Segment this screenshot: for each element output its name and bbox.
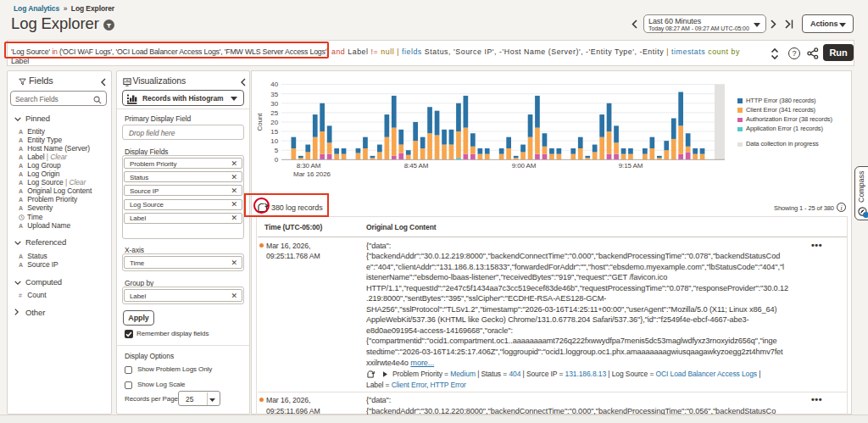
svg-text:10: 10 [270,137,278,145]
svg-text:Count: Count [256,113,264,131]
svg-text:15: 15 [270,128,278,136]
svg-text:8:30 AM: 8:30 AM [297,162,321,170]
svg-text:0: 0 [275,156,279,164]
svg-text:30: 30 [270,100,278,108]
svg-text:8:45 AM: 8:45 AM [404,162,429,170]
svg-text:25: 25 [270,109,278,117]
svg-text:40: 40 [270,81,278,88]
svg-text:9:15 AM: 9:15 AM [619,162,643,170]
svg-text:9:00 AM: 9:00 AM [512,162,537,170]
svg-text:20: 20 [270,119,278,126]
svg-text:5: 5 [275,147,279,154]
svg-text:35: 35 [270,91,278,98]
svg-text:Mar 16 2026: Mar 16 2026 [293,170,331,178]
